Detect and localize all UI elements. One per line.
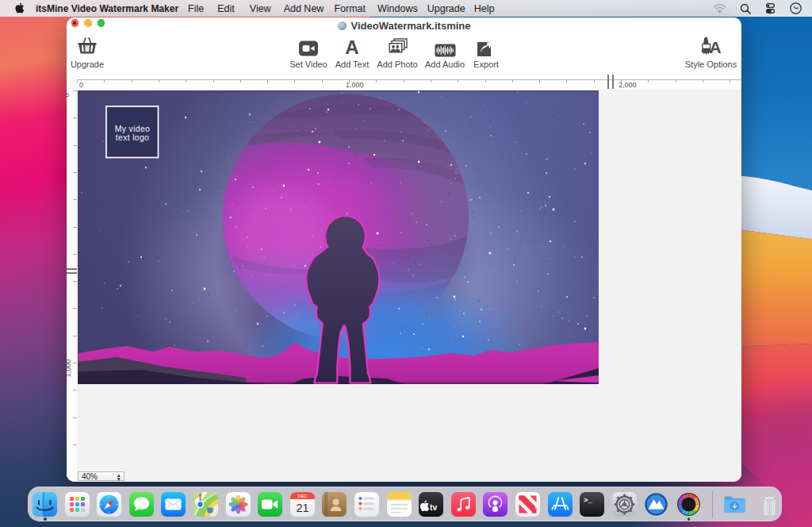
svg-text:>_: >_ bbox=[584, 497, 592, 505]
svg-text:text logo: text logo bbox=[116, 133, 149, 142]
svg-text:tv: tv bbox=[430, 502, 437, 512]
svg-text:My video: My video bbox=[115, 124, 150, 133]
svg-text:DEC: DEC bbox=[298, 494, 307, 498]
svg-text:21: 21 bbox=[296, 501, 308, 514]
svg-text:A: A bbox=[709, 38, 721, 56]
